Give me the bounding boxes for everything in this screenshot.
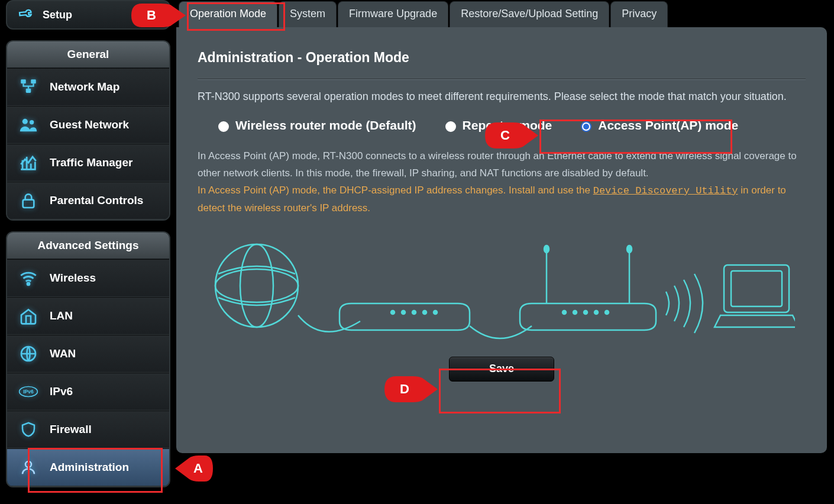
sidebar-item-label: Wireless bbox=[50, 272, 96, 285]
sidebar-item-wan[interactable]: WAN bbox=[7, 335, 169, 373]
radio-label: Wireless router mode (Default) bbox=[235, 118, 416, 133]
ipv6-icon: IPv6 bbox=[18, 381, 39, 402]
radio-wireless-router-input[interactable] bbox=[218, 121, 229, 132]
admin-user-icon bbox=[18, 457, 39, 478]
radio-label: Repeater mode bbox=[463, 118, 552, 133]
svg-point-10 bbox=[25, 461, 31, 467]
radio-access-point-input[interactable] bbox=[581, 121, 591, 132]
desc-plain: In Access Point (AP) mode, RT-N300 conne… bbox=[198, 150, 797, 179]
sidebar-item-network-map[interactable]: Network Map bbox=[7, 68, 169, 106]
divider bbox=[198, 79, 806, 80]
svg-point-12 bbox=[215, 269, 298, 302]
svg-point-11 bbox=[215, 244, 298, 327]
sidebar-item-firewall[interactable]: Firewall bbox=[7, 411, 169, 448]
svg-point-27 bbox=[605, 311, 609, 314]
sidebar-item-label: Administration bbox=[50, 461, 129, 474]
tab-system[interactable]: System bbox=[279, 1, 337, 27]
chart-icon bbox=[18, 152, 39, 173]
page-title: Administration - Operation Mode bbox=[198, 50, 806, 66]
svg-rect-29 bbox=[731, 271, 782, 306]
svg-point-20 bbox=[544, 245, 549, 253]
svg-point-14 bbox=[391, 311, 395, 314]
sidebar-item-ipv6[interactable]: IPv6 IPv6 bbox=[7, 373, 169, 411]
sidebar-section-general: General bbox=[7, 41, 169, 68]
tab-operation-mode[interactable]: Operation Mode bbox=[179, 1, 277, 27]
sidebar-item-label: Parental Controls bbox=[50, 194, 143, 207]
svg-rect-28 bbox=[724, 265, 789, 312]
mode-description: In Access Point (AP) mode, RT-N300 conne… bbox=[198, 148, 806, 217]
svg-point-24 bbox=[573, 311, 577, 314]
sidebar-item-label: IPv6 bbox=[50, 385, 73, 398]
svg-point-22 bbox=[627, 245, 632, 253]
sidebar-item-parental-controls[interactable]: Parental Controls bbox=[7, 182, 169, 219]
svg-rect-0 bbox=[21, 79, 26, 83]
setup-label: Setup bbox=[43, 9, 72, 21]
svg-point-16 bbox=[412, 311, 416, 314]
sidebar-item-label: Network Map bbox=[50, 80, 119, 93]
sidebar-item-traffic-manager[interactable]: Traffic Manager bbox=[7, 144, 169, 182]
svg-point-18 bbox=[434, 311, 437, 314]
svg-point-13 bbox=[240, 244, 273, 327]
svg-point-4 bbox=[30, 120, 34, 124]
svg-point-3 bbox=[22, 119, 28, 124]
radio-repeater[interactable]: Repeater mode bbox=[442, 118, 552, 133]
tab-firmware-upgrade[interactable]: Firmware Upgrade bbox=[338, 1, 448, 27]
svg-point-23 bbox=[563, 311, 566, 314]
save-button[interactable]: Save bbox=[449, 357, 554, 382]
sidebar-item-label: LAN bbox=[50, 309, 73, 322]
tab-restore-save-upload[interactable]: Restore/Save/Upload Setting bbox=[450, 1, 609, 27]
radio-wireless-router[interactable]: Wireless router mode (Default) bbox=[215, 118, 416, 133]
svg-point-17 bbox=[423, 311, 426, 314]
radio-repeater-input[interactable] bbox=[445, 121, 456, 132]
intro-text: RT-N300 supports several operation modes… bbox=[198, 91, 806, 103]
svg-rect-2 bbox=[26, 89, 31, 93]
svg-text:IPv6: IPv6 bbox=[23, 389, 34, 395]
sidebar-item-lan[interactable]: LAN bbox=[7, 297, 169, 335]
tab-privacy[interactable]: Privacy bbox=[610, 1, 668, 27]
radio-access-point[interactable]: Access Point(AP) mode bbox=[578, 118, 738, 133]
users-icon bbox=[18, 114, 39, 135]
quick-setup-button[interactable]: Setup bbox=[6, 0, 170, 30]
svg-point-15 bbox=[402, 311, 405, 314]
desc-warn-pre: In Access Point (AP) mode, the DHCP-assi… bbox=[198, 185, 593, 196]
sidebar-item-guest-network[interactable]: Guest Network bbox=[7, 106, 169, 144]
sidebar-item-label: Firewall bbox=[50, 423, 92, 436]
sidebar-section-advanced: Advanced Settings bbox=[7, 232, 169, 259]
sidebar-item-label: Guest Network bbox=[50, 118, 129, 131]
globe-icon bbox=[18, 343, 39, 364]
wifi-icon bbox=[18, 267, 39, 289]
lock-icon bbox=[18, 190, 39, 211]
svg-point-25 bbox=[584, 311, 587, 314]
wrench-icon bbox=[14, 2, 39, 27]
svg-point-6 bbox=[27, 283, 30, 285]
topology-diagram bbox=[203, 232, 806, 351]
sidebar-item-label: WAN bbox=[50, 347, 76, 360]
sidebar-item-wireless[interactable]: Wireless bbox=[7, 259, 169, 297]
svg-point-26 bbox=[594, 311, 598, 314]
home-icon bbox=[18, 305, 39, 327]
radio-label: Access Point(AP) mode bbox=[598, 118, 738, 133]
sidebar-item-label: Traffic Manager bbox=[50, 156, 132, 169]
svg-rect-1 bbox=[31, 79, 36, 83]
device-discovery-link[interactable]: Device Discovery Utility bbox=[593, 185, 738, 196]
shield-icon bbox=[18, 419, 39, 440]
network-map-icon bbox=[18, 76, 39, 98]
sidebar-item-administration[interactable]: Administration bbox=[7, 448, 169, 486]
settings-panel: Administration - Operation Mode RT-N300 … bbox=[176, 27, 827, 453]
svg-rect-5 bbox=[23, 200, 34, 208]
